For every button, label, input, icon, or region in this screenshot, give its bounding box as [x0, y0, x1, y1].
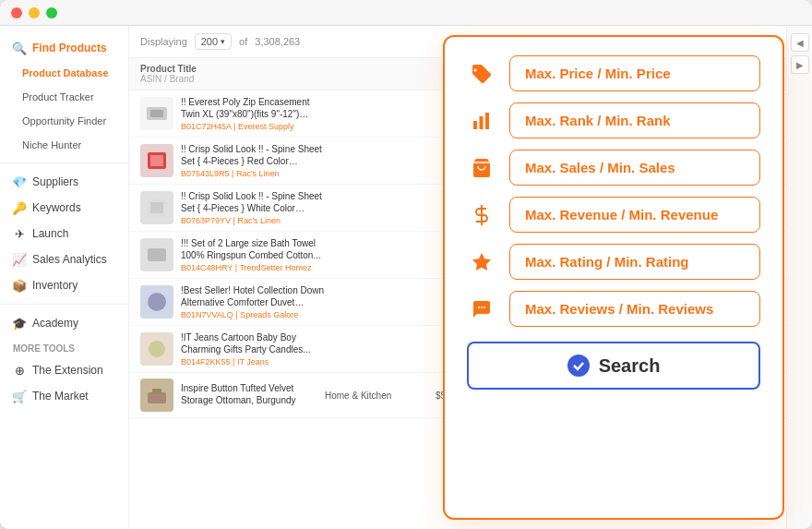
- sidebar-label-find-products: Find Products: [32, 42, 107, 54]
- sidebar-item-product-database[interactable]: Product Database: [0, 61, 128, 85]
- revenue-filter-input[interactable]: Max. Revenue / Min. Revenue: [509, 197, 760, 233]
- product-title: !Best Seller! Hotel Collection Down Alte…: [181, 284, 325, 308]
- reviews-filter-label: Max. Reviews / Min. Reviews: [525, 301, 713, 317]
- sidebar-label-opportunity-finder: Opportunity Finder: [22, 115, 106, 126]
- svg-marker-16: [472, 253, 491, 271]
- col-header-product: Product TitleASIN / Brand: [140, 64, 325, 84]
- reviews-filter-input[interactable]: Max. Reviews / Min. Reviews: [509, 291, 760, 327]
- col-header-category: [325, 64, 436, 84]
- nav-back-button[interactable]: ◀: [791, 33, 809, 52]
- search-button[interactable]: Search: [467, 342, 760, 390]
- dollar-icon: [467, 200, 496, 230]
- product-cell: !!! Set of 2 Large size Bath Towel 100% …: [140, 237, 325, 272]
- sidebar-item-product-tracker[interactable]: Product Tracker: [0, 85, 128, 109]
- star-icon: [467, 247, 496, 277]
- product-thumbnail: [140, 144, 173, 177]
- svg-point-7: [148, 293, 166, 311]
- maximize-button[interactable]: [46, 7, 57, 18]
- product-asin: B07543L9R5 | Rac's Linen: [181, 169, 325, 178]
- product-title: !! Crisp Solid Look !! - Spine Sheet Set…: [181, 143, 325, 167]
- cell-category: Home & Kitchen: [325, 391, 436, 401]
- svg-rect-5: [150, 202, 163, 213]
- product-title: !IT Jeans Cartoon Baby Boy Charming Gift…: [181, 331, 325, 355]
- sidebar-label-launch: Launch: [32, 227, 68, 240]
- main-content: Displaying 200 ▾ of 3,308,263 Product Ti…: [129, 26, 812, 529]
- count-selector[interactable]: 200 ▾: [195, 33, 232, 50]
- more-tools-label: More Tools: [0, 336, 128, 357]
- sidebar-item-keywords[interactable]: 🔑 Keywords: [0, 195, 128, 221]
- svg-rect-13: [485, 113, 489, 129]
- product-title: !! Crisp Solid Look !! - Spine Sheet Set…: [181, 190, 325, 214]
- search-check-icon: [567, 355, 590, 377]
- product-thumbnail: [140, 285, 173, 319]
- keywords-icon: 🔑: [13, 201, 26, 214]
- product-info: !! Crisp Solid Look !! - Spine Sheet Set…: [181, 143, 325, 178]
- extension-icon: ⊕: [13, 364, 26, 377]
- sidebar-item-inventory[interactable]: 📦 Inventory: [0, 272, 128, 298]
- svg-point-8: [149, 341, 165, 357]
- sidebar-label-academy: Academy: [32, 317, 78, 330]
- sidebar: 🔍 Find Products Product Database Product…: [0, 26, 129, 529]
- sales-analytics-icon: 📈: [13, 253, 26, 266]
- shopping-bag-icon: [467, 153, 496, 183]
- sidebar-item-academy[interactable]: 🎓 Academy: [0, 310, 128, 336]
- filter-row-reviews: Max. Reviews / Min. Reviews: [467, 291, 760, 327]
- total-count: 3,308,263: [255, 36, 300, 47]
- product-cell: !! Crisp Solid Look !! - Spine Sheet Set…: [140, 190, 325, 225]
- filter-row-sales: Max. Sales / Min. Sales: [467, 150, 760, 186]
- chevron-down-icon: ▾: [221, 37, 225, 46]
- sidebar-label-market: The Market: [32, 390, 89, 403]
- search-button-label: Search: [599, 355, 661, 377]
- displaying-label: Displaying: [140, 36, 187, 47]
- sales-filter-input[interactable]: Max. Sales / Min. Sales: [509, 150, 760, 186]
- sidebar-label-keywords: Keywords: [32, 201, 81, 214]
- svg-rect-11: [473, 121, 477, 129]
- sidebar-item-launch[interactable]: ✈ Launch: [0, 221, 128, 246]
- svg-rect-12: [480, 116, 484, 129]
- sidebar-label-extension: The Extension: [32, 364, 103, 377]
- product-cell: !! Crisp Solid Look !! - Spine Sheet Set…: [140, 143, 325, 178]
- nav-forward-button[interactable]: ▶: [791, 55, 809, 74]
- sidebar-item-sales-analytics[interactable]: 📈 Sales Analytics: [0, 246, 128, 272]
- sidebar-label-suppliers: Suppliers: [32, 175, 78, 188]
- minimize-button[interactable]: [29, 7, 40, 18]
- product-cell: !IT Jeans Cartoon Baby Boy Charming Gift…: [140, 331, 325, 367]
- suppliers-icon: 💎: [13, 175, 26, 188]
- product-thumbnail: [140, 238, 173, 271]
- filter-row-rank: Max. Rank / Min. Rank: [467, 102, 760, 138]
- product-asin: B01N7VVALQ | Spreads Galore: [181, 310, 325, 319]
- product-info: !!! Set of 2 Large size Bath Towel 100% …: [181, 237, 325, 272]
- price-filter-input[interactable]: Max. Price / Min. Price: [509, 55, 760, 91]
- sidebar-item-suppliers[interactable]: 💎 Suppliers: [0, 169, 128, 195]
- product-cell: !! Everest Poly Zip Encasement Twin XL (…: [140, 96, 325, 131]
- rating-filter-input[interactable]: Max. Rating / Min. Rating: [509, 244, 760, 280]
- rank-filter-input[interactable]: Max. Rank / Min. Rank: [509, 102, 760, 138]
- product-asin: B0763P79YV | Rac's Linen: [181, 216, 325, 225]
- price-filter-label: Max. Price / Min. Price: [525, 66, 671, 81]
- sidebar-item-niche-hunter[interactable]: Niche Hunter: [0, 133, 128, 157]
- launch-icon: ✈: [13, 227, 26, 240]
- market-icon: 🛒: [13, 390, 26, 403]
- product-cell: !Best Seller! Hotel Collection Down Alte…: [140, 284, 325, 319]
- svg-rect-10: [152, 389, 161, 394]
- revenue-filter-label: Max. Revenue / Min. Revenue: [525, 207, 718, 222]
- product-thumbnail: [140, 379, 173, 412]
- right-nav: ◀ ▶: [786, 26, 812, 529]
- filter-row-price: Max. Price / Min. Price: [467, 55, 760, 91]
- svg-rect-3: [150, 155, 163, 166]
- product-title: Inspire Button Tufted Velvet Storage Ott…: [181, 382, 325, 406]
- reviews-icon: [467, 295, 496, 324]
- sidebar-item-find-products[interactable]: 🔍 Find Products: [0, 35, 128, 61]
- svg-rect-1: [150, 110, 163, 117]
- sidebar-item-opportunity-finder[interactable]: Opportunity Finder: [0, 109, 128, 133]
- sales-filter-label: Max. Sales / Min. Sales: [525, 160, 675, 175]
- sidebar-divider-1: [0, 162, 128, 163]
- title-bar: [0, 0, 812, 26]
- svg-point-18: [481, 307, 483, 308]
- filter-overlay-panel: Max. Price / Min. Price Max. Rank / Min.…: [443, 35, 784, 520]
- sidebar-item-market[interactable]: 🛒 The Market: [0, 383, 128, 409]
- app-body: 🔍 Find Products Product Database Product…: [0, 26, 812, 529]
- close-button[interactable]: [11, 7, 22, 18]
- sidebar-item-extension[interactable]: ⊕ The Extension: [0, 357, 128, 383]
- product-asin: B01C72H45A | Everest Supply: [181, 122, 325, 131]
